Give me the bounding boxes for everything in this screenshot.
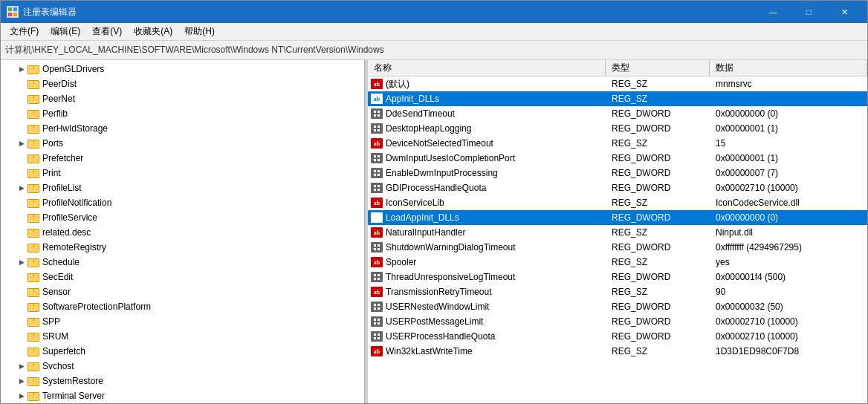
tree-item[interactable]: ▶ProfileList — [1, 180, 364, 195]
close-button[interactable]: ✕ — [827, 1, 861, 23]
value-data: Ninput.dll — [710, 227, 867, 238]
value-type: REG_DWORD — [606, 316, 710, 327]
tree-expand-icon[interactable] — [16, 301, 27, 313]
tree-expand-icon[interactable] — [16, 241, 27, 253]
value-type: REG_DWORD — [606, 108, 710, 119]
tree-item[interactable]: SRUM — [1, 329, 364, 344]
tree-item[interactable]: related.desc — [1, 225, 364, 240]
tree-expand-icon[interactable] — [16, 152, 27, 164]
value-row[interactable]: ShutdownWarningDialogTimeoutREG_DWORD0xf… — [368, 240, 867, 255]
value-row[interactable]: LoadAppInit_DLLsREG_DWORD0x00000000 (0) — [368, 210, 867, 225]
tree-item-label: Ports — [42, 138, 63, 149]
tree-item[interactable]: SoftwareProtectionPlatform — [1, 299, 364, 314]
tree-item[interactable]: ▶Schedule — [1, 255, 364, 270]
tree-expand-icon[interactable]: ▶ — [16, 63, 27, 75]
folder-icon — [27, 64, 39, 74]
reg-dword-icon — [371, 272, 383, 282]
col-header-data[interactable]: 数据 — [710, 60, 867, 76]
tree-item[interactable]: ProfileService — [1, 210, 364, 225]
value-data: 0x00000001 (1) — [710, 123, 867, 134]
value-row[interactable]: USERProcessHandleQuotaREG_DWORD0x0000271… — [368, 329, 867, 344]
tree-expand-icon[interactable]: ▶ — [16, 360, 27, 372]
tree-item[interactable]: Perflib — [1, 106, 364, 121]
tree-expand-icon[interactable] — [16, 330, 27, 342]
tree-expand-icon[interactable] — [16, 316, 27, 328]
tree-item[interactable]: Sensor — [1, 284, 364, 299]
value-row[interactable]: USERNestedWindowLimitREG_DWORD0x00000032… — [368, 299, 867, 314]
value-row[interactable]: abAppInit_DLLsREG_SZ — [368, 91, 867, 106]
tree-item-label: Svchost — [42, 361, 74, 371]
tree-item[interactable]: Superfetch — [1, 344, 364, 359]
tree-expand-icon[interactable] — [16, 345, 27, 357]
tree-item[interactable]: SecEdit — [1, 270, 364, 284]
reg-dword-icon — [371, 331, 383, 342]
tree-panel[interactable]: ▶OpenGLDriversPeerDistPeerNetPerflibPerH… — [1, 60, 365, 403]
value-data: 90 — [710, 287, 867, 297]
tree-expand-icon[interactable]: ▶ — [16, 256, 27, 268]
tree-expand-icon[interactable] — [16, 227, 27, 238]
value-row[interactable]: ab(默认)REG_SZmnmsrvc — [368, 76, 867, 91]
tree-expand-icon[interactable]: ▶ — [16, 137, 27, 149]
value-row[interactable]: USERPostMessageLimitREG_DWORD0x00002710 … — [368, 314, 867, 329]
tree-expand-icon[interactable] — [16, 212, 27, 224]
tree-item[interactable]: SPP — [1, 314, 364, 329]
value-row[interactable]: DesktopHeapLoggingREG_DWORD0x00000001 (1… — [368, 121, 867, 136]
tree-expand-icon[interactable] — [16, 167, 27, 179]
tree-item-label: PeerDist — [42, 79, 77, 89]
value-name-text: IconServiceLib — [386, 198, 444, 208]
svg-rect-20 — [374, 185, 376, 187]
maximize-button[interactable]: □ — [791, 1, 826, 23]
values-list[interactable]: ab(默认)REG_SZmnmsrvcabAppInit_DLLsREG_SZD… — [368, 76, 867, 403]
tree-item[interactable]: PeerNet — [1, 91, 364, 106]
value-row[interactable]: abSpoolerREG_SZyes — [368, 255, 867, 270]
value-name: abNaturalInputHandler — [368, 227, 606, 238]
tree-item[interactable]: Print — [1, 166, 364, 180]
value-row[interactable]: abIconServiceLibREG_SZIconCodecService.d… — [368, 195, 867, 210]
tree-item[interactable]: ProfileNotification — [1, 195, 364, 210]
value-row[interactable]: ThreadUnresponsiveLogTimeoutREG_DWORD0x0… — [368, 270, 867, 284]
tree-item[interactable]: PerHwIdStorage — [1, 121, 364, 136]
value-row[interactable]: abDeviceNotSelectedTimeoutREG_SZ15 — [368, 136, 867, 151]
value-row[interactable]: abTransmissionRetryTimeoutREG_SZ90 — [368, 284, 867, 299]
tree-item[interactable]: PeerDist — [1, 76, 364, 91]
tree-expand-icon[interactable] — [16, 123, 27, 134]
tree-item[interactable]: ▶Terminal Server — [1, 388, 364, 403]
col-header-type[interactable]: 类型 — [606, 60, 710, 76]
value-row[interactable]: EnableDwmInputProcessingREG_DWORD0x00000… — [368, 166, 867, 180]
value-row[interactable]: abWin32kLastWriteTimeREG_SZ1D3D1ED98C0F7… — [368, 344, 867, 359]
menu-help[interactable]: 帮助(H) — [178, 24, 221, 40]
tree-expand-icon[interactable] — [16, 78, 27, 90]
menu-view[interactable]: 查看(V) — [86, 24, 128, 40]
tree-item[interactable]: ▶SystemRestore — [1, 374, 364, 388]
tree-item[interactable]: ▶Svchost — [1, 359, 364, 374]
col-header-name[interactable]: 名称 — [368, 60, 606, 76]
tree-item[interactable]: RemoteRegistry — [1, 240, 364, 255]
menu-file[interactable]: 文件(F) — [4, 24, 45, 40]
menu-favorites[interactable]: 收藏夹(A) — [128, 24, 178, 40]
tree-item[interactable]: ▶OpenGLDrivers — [1, 62, 364, 76]
value-row[interactable]: GDIProcessHandleQuotaREG_DWORD0x00002710… — [368, 180, 867, 195]
svg-rect-22 — [374, 189, 376, 191]
tree-expand-icon[interactable] — [16, 271, 27, 283]
menu-edit[interactable]: 编辑(E) — [45, 24, 86, 40]
tree-expand-icon[interactable]: ▶ — [16, 182, 27, 194]
svg-rect-32 — [374, 274, 376, 276]
tree-expand-icon[interactable] — [16, 197, 27, 209]
minimize-button[interactable]: — — [756, 1, 790, 23]
value-row[interactable]: DdeSendTimeoutREG_DWORD0x00000000 (0) — [368, 106, 867, 121]
tree-item[interactable]: Prefetcher — [1, 151, 364, 166]
value-data: 0x00000032 (50) — [710, 302, 867, 312]
value-type: REG_SZ — [606, 79, 710, 89]
reg-sz-icon: ab — [371, 287, 383, 297]
tree-item[interactable]: ▶Ports — [1, 136, 364, 151]
tree-item-label: ProfileList — [42, 183, 82, 193]
value-name: abSpooler — [368, 257, 606, 267]
value-row[interactable]: DwmInputUsesIoCompletionPortREG_DWORD0x0… — [368, 151, 867, 166]
tree-expand-icon[interactable] — [16, 93, 27, 105]
tree-expand-icon[interactable] — [16, 286, 27, 298]
tree-expand-icon[interactable]: ▶ — [16, 375, 27, 387]
value-name: abWin32kLastWriteTime — [368, 346, 606, 356]
tree-expand-icon[interactable]: ▶ — [16, 390, 27, 402]
tree-expand-icon[interactable] — [16, 108, 27, 120]
value-row[interactable]: abNaturalInputHandlerREG_SZNinput.dll — [368, 225, 867, 240]
